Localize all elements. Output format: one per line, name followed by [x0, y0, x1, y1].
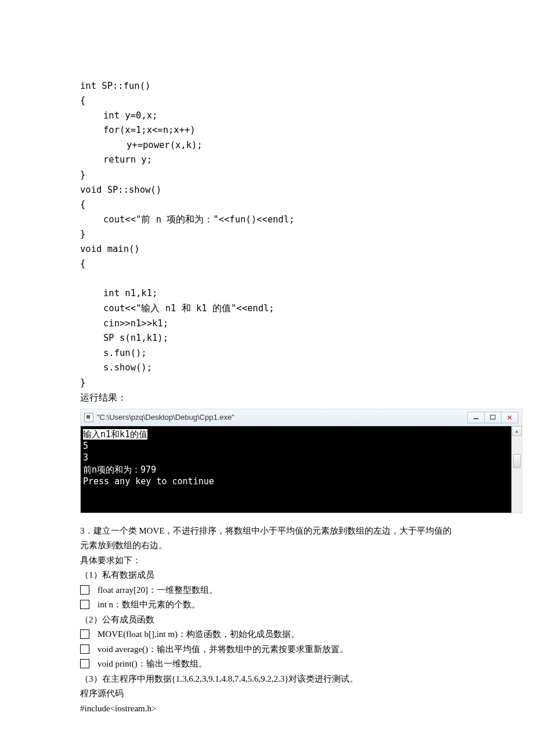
scrollbar[interactable]: ▴ — [511, 426, 522, 513]
list-item-text: void print()：输出一维数组。 — [98, 657, 459, 672]
scroll-thumb[interactable] — [513, 454, 521, 468]
code-line: cout<<"输入 n1 和 k1 的值"<<endl; — [80, 301, 459, 316]
maximize-icon — [490, 415, 496, 420]
problem-text: （2）公有成员函数 — [80, 613, 459, 628]
bullet-box-icon — [80, 600, 89, 609]
code-line: int y=0,x; — [80, 109, 459, 124]
list-item-text: float array[20]：一维整型数组。 — [98, 583, 459, 598]
code-line: { — [80, 258, 85, 269]
console-line: 前n项的和为：979 — [83, 465, 156, 475]
list-item: void print()：输出一维数组。 — [80, 657, 459, 672]
svg-rect-1 — [490, 415, 495, 419]
console-window: "C:\Users\pzq\Desktop\Debug\Cpp1.exe" 输入… — [80, 409, 522, 513]
code-line: SP s(n1,k1); — [80, 331, 459, 346]
code-line: { — [80, 199, 85, 210]
problem-text: 程序源代码 — [80, 686, 459, 701]
problem-text: （3）在主程序中用数据{1.3,6.2,3,9.1,4.8,7.4,5.6,9.… — [80, 672, 459, 687]
code-line: cout<<"前 n 项的和为："<<fun()<<endl; — [80, 213, 459, 228]
minimize-button[interactable] — [467, 412, 485, 423]
console-title: "C:\Users\pzq\Desktop\Debug\Cpp1.exe" — [97, 411, 234, 423]
code-line: } — [80, 377, 85, 388]
code-line: void main() — [80, 244, 140, 254]
problem-text: 具体要求如下： — [80, 553, 459, 568]
problem-statement: 3．建立一个类 MOVE，不进行排序，将数组中小于平均值的元素放到数组的左边，大… — [80, 524, 459, 717]
list-item: float array[20]：一维整型数组。 — [80, 583, 459, 598]
close-icon — [507, 415, 513, 420]
problem-text: #include<iostream.h> — [80, 701, 459, 717]
code-line: for(x=1;x<=n;x++) — [80, 123, 459, 138]
console-output: 输入n1和k1的值 5 3 前n项的和为：979 Press any key t… — [81, 426, 522, 513]
code-line: return y; — [80, 153, 459, 168]
bullet-box-icon — [80, 629, 89, 639]
list-item-text: int n：数组中元素的个数。 — [98, 597, 459, 613]
scroll-up-icon[interactable]: ▴ — [512, 426, 522, 436]
code-line: cin>>n1>>k1; — [80, 316, 459, 332]
list-item: void average()：输出平均值，并将数组中的元素按要求重新放置。 — [80, 642, 459, 657]
code-line: s.show(); — [80, 361, 459, 376]
code-line: y+=power(x,k); — [80, 138, 459, 153]
bullet-box-icon — [80, 645, 89, 654]
list-item: int n：数组中元素的个数。 — [80, 597, 459, 613]
code-line: s.fun(); — [80, 346, 459, 361]
bullet-box-icon — [80, 659, 89, 668]
close-button[interactable] — [501, 412, 518, 423]
svg-rect-0 — [474, 418, 478, 419]
console-line: 输入n1和k1的值 — [83, 429, 147, 440]
app-icon — [84, 413, 93, 422]
document-page: int SP::fun() { int y=0,x;for(x=1;x<=n;x… — [0, 0, 534, 751]
result-label: 运行结果： — [80, 390, 459, 405]
code-line: int SP::fun() — [80, 81, 150, 91]
code-block: int SP::fun() { int y=0,x;for(x=1;x<=n;x… — [80, 64, 459, 390]
list-item-text: MOVE(float b[],int m)：构造函数，初始化成员数据。 — [98, 627, 459, 642]
console-line: Press any key to continue — [83, 476, 214, 487]
console-line: 5 — [83, 441, 88, 451]
code-line: } — [80, 170, 85, 180]
console-line: 3 — [83, 452, 88, 463]
window-controls — [467, 412, 518, 423]
maximize-button[interactable] — [485, 412, 501, 423]
code-line: { — [80, 95, 85, 106]
problem-text: 3．建立一个类 MOVE，不进行排序，将数组中小于平均值的元素放到数组的左边，大… — [80, 524, 459, 553]
list-item-text: void average()：输出平均值，并将数组中的元素按要求重新放置。 — [98, 642, 459, 657]
problem-text: （1）私有数据成员 — [80, 568, 459, 583]
bullet-box-icon — [80, 585, 89, 595]
console-titlebar[interactable]: "C:\Users\pzq\Desktop\Debug\Cpp1.exe" — [81, 409, 522, 426]
code-line: } — [80, 229, 85, 239]
code-line: int n1,k1; — [80, 286, 459, 301]
minimize-icon — [473, 415, 479, 420]
list-item: MOVE(float b[],int m)：构造函数，初始化成员数据。 — [80, 627, 459, 642]
code-line: void SP::show() — [80, 185, 161, 195]
